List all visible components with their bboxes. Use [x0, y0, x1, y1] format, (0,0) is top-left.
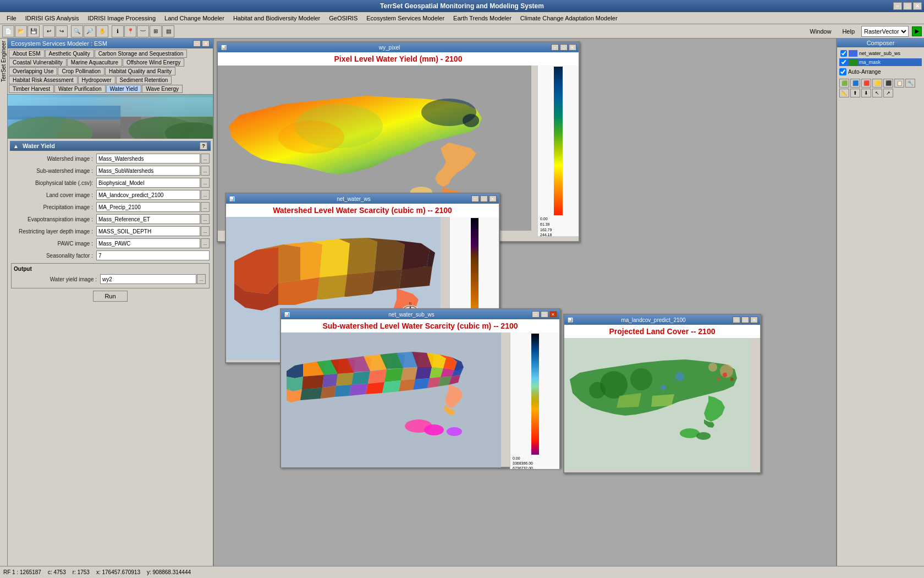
comp-tool-2[interactable]: 🟦 [850, 79, 860, 88]
pixel-close-btn[interactable]: ✕ [569, 44, 576, 51]
sub-ws-close-btn[interactable]: ✕ [549, 311, 557, 318]
precipitation-image-input[interactable] [96, 202, 200, 212]
restricting-layer-input[interactable] [96, 226, 200, 236]
pawc-image-input[interactable] [96, 238, 200, 248]
land-cover-image-input[interactable] [96, 190, 200, 200]
esm-nav-crop[interactable]: Crop Pollination [58, 67, 105, 75]
watershed-image-input[interactable] [96, 154, 200, 163]
toolbar-run-button[interactable]: ▶ [912, 26, 922, 36]
tb-gps-btn[interactable]: 📍 [124, 25, 136, 37]
esm-nav-wave[interactable]: Wave Energy [142, 85, 183, 93]
minimize-button[interactable]: − [893, 2, 902, 10]
tb-save-btn[interactable]: 💾 [28, 25, 40, 37]
land-cover-titlebar[interactable]: 📊 ma_landcov_predict_2100 − □ ✕ [564, 315, 760, 325]
tb-redo-btn[interactable]: ↪ [56, 25, 68, 37]
layer-1-checkbox[interactable] [840, 50, 847, 57]
watershed-browse-btn[interactable]: ... [201, 154, 210, 163]
composer-layer-2[interactable]: ma_mask [839, 58, 922, 66]
comp-tool-4[interactable]: 🟨 [872, 79, 882, 88]
comp-tool-6[interactable]: 📋 [894, 79, 904, 88]
tb-pan-btn[interactable]: ✋ [96, 25, 108, 37]
terrset-engineer-tab[interactable]: TerrSet Engineer [0, 39, 8, 84]
menu-climate[interactable]: Climate Change Adaptation Modeler [516, 14, 622, 23]
comp-tool-3[interactable]: 🟥 [861, 79, 871, 88]
watershed-max-btn[interactable]: □ [480, 195, 488, 202]
esm-nav-offshore[interactable]: Offshore Wind Energy [123, 58, 184, 67]
sub-watershed-image-input[interactable] [96, 166, 200, 176]
pawc-browse-btn[interactable]: ... [201, 238, 210, 248]
watershed-close-btn[interactable]: ✕ [489, 195, 497, 202]
restricting-layer-browse-btn[interactable]: ... [201, 226, 210, 236]
tb-zoom-in-btn[interactable]: 🔍 [71, 25, 83, 37]
maximize-button[interactable]: □ [903, 2, 912, 10]
biophysical-browse-btn[interactable]: ... [201, 178, 210, 188]
water-yield-image-browse-btn[interactable]: ... [197, 274, 206, 284]
water-yield-image-input[interactable] [100, 274, 196, 284]
land-cover-close-btn[interactable]: ✕ [750, 317, 758, 323]
pixel-max-btn[interactable]: □ [560, 44, 568, 51]
esm-minimize-btn[interactable]: − [193, 40, 201, 47]
evapotranspiration-image-input[interactable] [96, 214, 200, 224]
run-button[interactable]: Run [93, 291, 127, 302]
window-menu[interactable]: Window [805, 27, 835, 36]
comp-tool-11[interactable]: ↖ [872, 89, 882, 97]
menu-earth-trends[interactable]: Earth Trends Modeler [449, 14, 516, 23]
menu-idrisi-image[interactable]: IDRISI Image Processing [84, 14, 161, 23]
tb-new-btn[interactable]: 📄 [2, 25, 14, 37]
watershed-titlebar[interactable]: 📊 net_water_ws − □ ✕ [226, 194, 499, 204]
sub-ws-min-btn[interactable]: − [532, 311, 540, 318]
evapotranspiration-browse-btn[interactable]: ... [201, 214, 210, 224]
land-cover-max-btn[interactable]: □ [741, 317, 749, 323]
comp-tool-10[interactable]: ⬇ [861, 89, 871, 97]
water-yield-header[interactable]: ▲ Water Yield ? [10, 141, 211, 151]
esm-nav-water-yield[interactable]: Water Yield [106, 85, 142, 93]
comp-tool-5[interactable]: ⬛ [883, 79, 893, 88]
comp-tool-12[interactable]: ↗ [883, 89, 893, 97]
close-button[interactable]: ✕ [913, 2, 922, 10]
seasonality-factor-input[interactable] [96, 250, 210, 260]
menu-ecosystem[interactable]: Ecosystem Services Modeler [362, 14, 449, 23]
menu-land-change[interactable]: Land Change Modeler [160, 14, 229, 23]
land-cover-min-btn[interactable]: − [733, 317, 740, 323]
comp-tool-1[interactable]: 🟩 [839, 79, 849, 88]
sub-watershed-browse-btn[interactable]: ... [201, 166, 210, 176]
esm-nav-timber[interactable]: Timber Harvest [9, 85, 54, 93]
tb-zoom-out-btn[interactable]: 🔎 [84, 25, 96, 37]
menu-file[interactable]: File [2, 14, 21, 23]
land-cover-browse-btn[interactable]: ... [201, 190, 210, 200]
tb-open-btn[interactable]: 📂 [15, 25, 27, 37]
comp-tool-9[interactable]: ⬆ [850, 89, 860, 97]
esm-nav-risk[interactable]: Habitat Risk Assessment [9, 76, 78, 84]
tb-grid-btn[interactable]: ⊞ [150, 25, 162, 37]
layer-2-checkbox[interactable] [840, 59, 847, 66]
esm-nav-purification[interactable]: Water Purification [54, 85, 106, 93]
tb-wave-btn[interactable]: 〰 [137, 25, 149, 37]
comp-tool-7[interactable]: 🔧 [905, 79, 915, 88]
pixel-level-titlebar[interactable]: 📊 wy_pixel − □ ✕ [218, 42, 579, 52]
esm-nav-coastal[interactable]: Coastal Vulnerability [9, 58, 67, 67]
tb-info-btn[interactable]: ℹ [112, 25, 124, 37]
raster-vector-select[interactable]: RasterVector [861, 26, 909, 37]
esm-nav-sediment[interactable]: Sediment Retention [116, 76, 172, 84]
esm-nav-about[interactable]: About ESM [9, 50, 45, 58]
help-button[interactable]: ? [200, 142, 207, 150]
pixel-min-btn[interactable]: − [551, 44, 559, 51]
sub-ws-max-btn[interactable]: □ [541, 311, 548, 318]
tb-undo-btn[interactable]: ↩ [43, 25, 55, 37]
esm-close-btn[interactable]: ✕ [202, 40, 210, 47]
esm-nav-carbon[interactable]: Carbon Storage and Sequestration [95, 50, 188, 58]
esm-nav-habitat[interactable]: Habitat Quality and Rarity [105, 67, 175, 75]
esm-nav-aesthetic[interactable]: Aesthetic Quality [45, 50, 94, 58]
menu-habitat[interactable]: Habitat and Biodiversity Modeler [229, 14, 324, 23]
comp-tool-8[interactable]: 📐 [839, 89, 849, 97]
watershed-min-btn[interactable]: − [471, 195, 479, 202]
sub-watershed-titlebar[interactable]: 📊 net_water_sub_ws − □ ✕ [281, 309, 559, 319]
esm-nav-hydro[interactable]: Hydropower [78, 76, 116, 84]
esm-nav-overlapping[interactable]: Overlapping Use [9, 67, 57, 75]
precipitation-browse-btn[interactable]: ... [201, 202, 210, 212]
help-menu[interactable]: Help [838, 27, 859, 36]
menu-idrisi-gis[interactable]: IDRISI GIS Analysis [21, 14, 84, 23]
biophysical-table-input[interactable] [96, 178, 200, 188]
tb-layer-btn[interactable]: ▤ [162, 25, 174, 37]
menu-geosiris[interactable]: GeOSIRIS [324, 14, 362, 23]
